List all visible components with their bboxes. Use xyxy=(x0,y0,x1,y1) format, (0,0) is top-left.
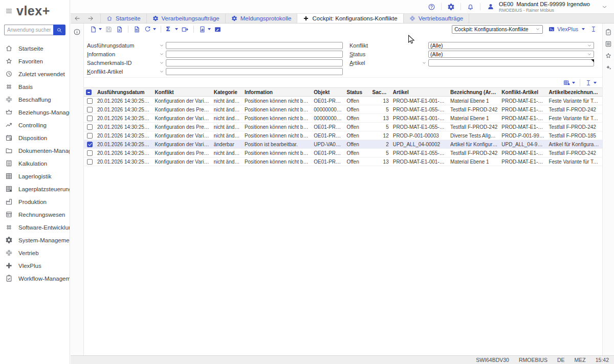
tabs: StartseiteVerarbeitungsaufträgeMeldungsp… xyxy=(100,14,469,23)
help-icon[interactable] xyxy=(428,3,435,11)
column-header-sachm[interactable]: Sachm... xyxy=(370,88,391,97)
row-checkbox[interactable] xyxy=(87,133,93,139)
info-icon[interactable] xyxy=(73,28,81,36)
chevron-down-icon[interactable] xyxy=(601,4,608,10)
column-header-artikel[interactable]: Artikel xyxy=(391,88,448,97)
tab-meldungsprotokolle[interactable]: Meldungsprotokolle xyxy=(226,14,298,23)
sidebar-item-software-entwicklung[interactable]: Software-Entwicklung xyxy=(0,221,70,234)
table-row[interactable]: 20.01.2026 14:30:25.563Konfiguration der… xyxy=(84,131,602,140)
filter-input-sachmerkmals-id[interactable] xyxy=(166,59,343,66)
tab-vertriebsaufträge[interactable]: Vertriebsaufträge xyxy=(404,14,470,23)
row-checkbox[interactable] xyxy=(87,142,93,147)
filter-input-konflikt-artikel[interactable] xyxy=(166,68,343,75)
column-header-konflikt[interactable]: Konflikt xyxy=(152,88,211,97)
bell-icon[interactable] xyxy=(467,3,474,11)
sidebar-item-startseite[interactable]: Startseite xyxy=(0,42,70,55)
sidebar-item-lagerlogistik[interactable]: Lagerlogistik xyxy=(0,170,70,183)
chevron-down-icon[interactable] xyxy=(158,60,165,65)
forward-arrow-icon[interactable] xyxy=(87,15,94,22)
table-row[interactable]: 20.01.2026 14:30:25.563Konfiguration der… xyxy=(84,140,602,149)
text-height-icon[interactable] xyxy=(590,26,597,33)
column-header-objekt[interactable]: Objekt xyxy=(312,88,344,97)
sidebar-item-rechnungswesen[interactable]: Rechnungswesen xyxy=(0,208,70,221)
chevron-down-icon[interactable] xyxy=(158,52,165,57)
divider xyxy=(128,26,128,33)
user-block[interactable]: OE00 Mandant DE-99999 Irgendwo RMOEBIUS … xyxy=(487,1,590,13)
column-header-bezeichnung-artikel[interactable]: Bezeichnung (Artikel) xyxy=(448,88,499,97)
refresh-button[interactable] xyxy=(144,26,156,33)
view-select[interactable]: Cockpit: Konfigurations-Konflikte xyxy=(452,25,543,34)
list-box-icon[interactable] xyxy=(605,40,612,48)
report-button[interactable] xyxy=(199,26,211,33)
filter-select-status[interactable]: (Alle) xyxy=(428,51,594,58)
vlexplus-button[interactable]: VlexPlus xyxy=(548,26,585,33)
doc-new-button[interactable] xyxy=(90,26,102,33)
row-checkbox[interactable] xyxy=(87,98,93,104)
sidebar-item-disposition[interactable]: Disposition xyxy=(0,131,70,144)
table-row[interactable]: 20.01.2026 14:30:25.563Konfiguration der… xyxy=(84,114,602,123)
sidebar-item-produktion[interactable]: Produktion xyxy=(0,195,70,208)
text-height-button[interactable] xyxy=(585,79,597,86)
doc-refresh-button[interactable] xyxy=(133,26,141,33)
sidebar-item-vertrieb[interactable]: Vertrieb xyxy=(0,246,70,259)
sidebar-item-favoriten[interactable]: Favoriten xyxy=(0,55,70,67)
sidebar-item-label: Beschaffung xyxy=(18,97,51,103)
tab-verarbeitungsaufträge[interactable]: Verarbeitungsaufträge xyxy=(147,14,226,23)
column-header-status[interactable]: Status xyxy=(344,88,370,97)
sidebar-item-vlexplus[interactable]: VlexPlus xyxy=(0,259,70,272)
sidebar-item-controlling[interactable]: Controlling xyxy=(0,119,70,131)
column-header-information[interactable]: Information xyxy=(243,88,312,97)
sidebar-item-basis[interactable]: Basis xyxy=(0,80,70,93)
tab-startseite[interactable]: Startseite xyxy=(100,14,147,23)
divider xyxy=(161,26,161,33)
row-checkbox[interactable] xyxy=(87,150,93,156)
chevron-down-icon[interactable] xyxy=(158,69,165,74)
star-icon[interactable] xyxy=(605,52,612,59)
open-window-button[interactable] xyxy=(181,26,189,33)
doc-x-button[interactable] xyxy=(116,26,123,33)
table-row[interactable]: 20.01.2026 14:30:25.563Konfiguration des… xyxy=(84,105,602,114)
columns-gear-icon xyxy=(563,79,571,86)
search-button[interactable] xyxy=(53,25,65,35)
sidebar-item-beziehungs-management[interactable]: Beziehungs-Management xyxy=(0,106,70,119)
sidebar-item-beschaffung[interactable]: Beschaffung xyxy=(0,93,70,106)
table-row[interactable]: 20.01.2026 14:30:25.563Konfiguration des… xyxy=(84,123,602,131)
sidebar-item-system-management[interactable]: System-Management xyxy=(0,234,70,246)
table-row[interactable]: 20.01.2026 14:30:25.563Konfiguration der… xyxy=(84,97,602,105)
column-header-ausführungsdatum[interactable]: Ausführungsdatum xyxy=(95,88,152,97)
filter-input-ausführungsdatum[interactable] xyxy=(166,42,343,49)
filter-input-information[interactable] xyxy=(166,51,343,58)
column-header-artikelbezeichnung-k[interactable]: Artikelbezeichnung (K... xyxy=(547,88,602,97)
sidebar-item-dokumenten-management[interactable]: Dokumenten-Management xyxy=(0,144,70,157)
select-all-checkbox[interactable] xyxy=(86,89,92,95)
row-checkbox[interactable] xyxy=(87,159,93,165)
chevron-down-icon[interactable] xyxy=(421,60,428,65)
columns-gear-button[interactable] xyxy=(563,79,575,86)
table-row[interactable]: 20.01.2026 14:30:25.563Konfiguration des… xyxy=(84,149,602,157)
filter-label-ausführungsdatum: Ausführungsdatum xyxy=(87,42,158,49)
filter-select-konflikt[interactable]: (Alle) xyxy=(428,42,594,49)
sidebar-item-workflow-management[interactable]: Workflow-Management xyxy=(0,272,70,285)
row-checkbox[interactable] xyxy=(87,124,93,130)
cell-status: Offen xyxy=(344,149,370,157)
gear-icon[interactable] xyxy=(447,3,455,11)
clipboard-check-icon[interactable] xyxy=(605,29,612,36)
back-arrow-icon[interactable] xyxy=(74,15,81,22)
column-header-konflikt-artikel[interactable]: Konflikt-Artikel xyxy=(499,88,546,97)
sidebar-item-lagerplatzsteuerung[interactable]: Lagerplatzsteuerung xyxy=(0,183,70,195)
row-checkbox[interactable] xyxy=(87,107,93,112)
tab-label: Startseite xyxy=(116,15,141,21)
sparkles-icon[interactable] xyxy=(605,64,612,71)
sigma-button[interactable]: Σ xyxy=(166,26,178,33)
chevron-down-icon[interactable] xyxy=(158,43,165,48)
app-search-input[interactable] xyxy=(4,25,53,35)
filter-input-artikel[interactable] xyxy=(428,59,594,66)
sidebar-item-kalkulation[interactable]: Kalkulation xyxy=(0,157,70,170)
row-checkbox[interactable] xyxy=(87,116,93,121)
tab-cockpit-konfigurations-konflikte[interactable]: Cockpit: Konfigurations-Konflikte xyxy=(297,14,403,23)
sidebar-item-zuletzt-verwendet[interactable]: Zuletzt verwendet xyxy=(0,67,70,80)
column-header-kategorie[interactable]: Kategorie xyxy=(212,88,243,97)
table-row[interactable]: 20.01.2026 14:30:25.563Konfiguration der… xyxy=(84,157,602,166)
export-image-button[interactable] xyxy=(214,26,222,33)
menu-icon[interactable] xyxy=(5,7,13,15)
